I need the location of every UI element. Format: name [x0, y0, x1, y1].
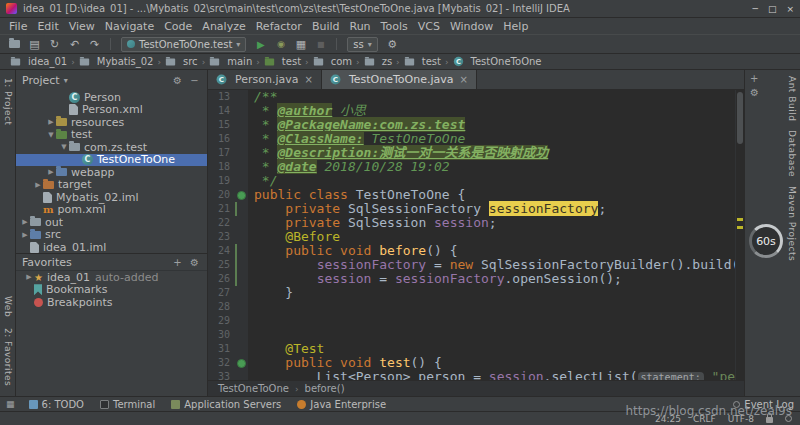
tree-item-src[interactable]: ▶src	[16, 229, 207, 242]
menu-item-edit[interactable]: Edit	[32, 20, 63, 33]
menu-item-help[interactable]: Help	[498, 20, 533, 33]
tool-window-button-database[interactable]: Database	[787, 130, 797, 177]
tree-item-com-zs-test[interactable]: ▼com.zs.test	[16, 141, 207, 154]
code-line[interactable]: 27 }	[208, 286, 735, 300]
chevron-right-icon[interactable]: ▶	[46, 118, 56, 126]
maximize-button[interactable]: □	[768, 4, 777, 14]
run-button[interactable]: ▶	[252, 36, 269, 52]
code-line[interactable]: 13/**	[208, 90, 735, 104]
code-line[interactable]: 18 * @date 2018/10/28 19:02	[208, 160, 735, 174]
code-line[interactable]: 24 public void before() {	[208, 244, 735, 258]
tool-window-button-maven-projects[interactable]: Maven Projects	[787, 186, 797, 261]
code-line[interactable]: 29	[208, 314, 735, 328]
breadcrumb-item-testonetoone[interactable]: CTestOneToOne	[451, 56, 544, 67]
menu-item-tools[interactable]: Tools	[376, 20, 413, 33]
chevron-down-icon[interactable]: ▼	[59, 143, 69, 151]
tab-person-java[interactable]: CPerson.java×	[208, 70, 322, 89]
stripe-mark[interactable]	[737, 218, 743, 221]
scrollbar-thumb[interactable]	[737, 92, 743, 144]
secondary-select[interactable]: ss ▾	[347, 37, 377, 52]
minimize-button[interactable]: ─	[753, 4, 758, 14]
menu-item-vcs[interactable]: VCS	[413, 20, 445, 33]
menu-item-code[interactable]: Code	[159, 20, 197, 33]
code-line[interactable]: 31 @Test	[208, 342, 735, 356]
tool-window-button-web[interactable]: Web	[3, 296, 13, 317]
sync-icon[interactable]: ↻	[46, 36, 63, 52]
close-button[interactable]: ×	[786, 4, 794, 14]
tool-window-button-ant-build[interactable]: Ant Build	[787, 76, 797, 121]
menu-item-refactor[interactable]: Refactor	[251, 20, 307, 33]
tree-item-test[interactable]: ▼test	[16, 129, 207, 142]
undo-icon[interactable]: ↶	[66, 36, 83, 52]
code-line[interactable]: 32 public void test() {	[208, 356, 735, 370]
stop-button[interactable]: ■	[312, 36, 329, 52]
favorites-item-bookmarks[interactable]: Bookmarks	[16, 284, 207, 297]
code-line[interactable]: 30	[208, 328, 735, 342]
add-icon[interactable]: +	[750, 73, 758, 84]
code-line[interactable]: 33 List<Person> person = session.selectL…	[208, 370, 735, 380]
code-line[interactable]: 23 @Before	[208, 230, 735, 244]
collapse-all-icon[interactable]: −	[188, 75, 201, 86]
favorites-item-breakpoints[interactable]: Breakpoints	[16, 296, 207, 309]
code-line[interactable]: 28	[208, 300, 735, 314]
close-icon[interactable]: ×	[460, 74, 468, 85]
menu-item-view[interactable]: View	[64, 20, 100, 33]
code-line[interactable]: 16 * @ClassName: TestOneToOne	[208, 132, 735, 146]
breadcrumb-item-main[interactable]: main	[207, 56, 254, 67]
run-gutter-icon[interactable]	[237, 191, 246, 200]
gear-icon[interactable]: ⚙	[171, 75, 184, 86]
add-icon[interactable]: +	[171, 257, 184, 268]
tool-window-button-project[interactable]: 1: Project	[3, 78, 13, 125]
tool-windows-toggle-icon[interactable]: ▦	[6, 399, 15, 409]
code-editor[interactable]: 13/**14 * @author 小思15 * @PackageName:co…	[208, 90, 735, 380]
chevron-right-icon[interactable]: ▶	[20, 231, 30, 239]
coverage-button[interactable]: ▦	[292, 36, 309, 52]
debug-button[interactable]: ◉	[272, 36, 289, 52]
run-configuration-select[interactable]: TestOneToOne.test ▾	[121, 37, 246, 52]
tree-item-mybatis-02-iml[interactable]: Mybatis_02.iml	[16, 191, 207, 204]
menu-item-run[interactable]: Run	[345, 20, 376, 33]
stripe-mark[interactable]	[737, 226, 743, 229]
menu-item-build[interactable]: Build	[307, 20, 345, 33]
code-line[interactable]: 19 */	[208, 174, 735, 188]
menu-item-analyze[interactable]: Analyze	[197, 20, 250, 33]
chevron-right-icon[interactable]: ▶	[24, 273, 34, 281]
tree-item-testonetoone[interactable]: CTestOneToOne	[16, 154, 207, 167]
breadcrumb-method[interactable]: before()	[305, 383, 345, 394]
gear-icon[interactable]: ⚙	[188, 257, 201, 268]
breadcrumb-item-zs[interactable]: zs	[362, 56, 394, 67]
tree-item-webapp[interactable]: ▶webapp	[16, 166, 207, 179]
breadcrumb-item-com[interactable]: com	[311, 56, 354, 67]
tree-item-target[interactable]: ▶target	[16, 179, 207, 192]
breadcrumb-class[interactable]: TestOneToOne	[218, 383, 289, 394]
chevron-right-icon[interactable]: ▶	[20, 218, 30, 226]
code-line[interactable]: 20public class TestOneToOne {	[208, 188, 735, 202]
settings-icon[interactable]: ⚙	[384, 36, 401, 52]
tree-item-person-xml[interactable]: Person.xml	[16, 104, 207, 117]
menu-item-navigate[interactable]: Navigate	[100, 20, 159, 33]
favorites-item-idea-01[interactable]: ▶★idea_01auto-added	[16, 271, 207, 284]
breadcrumb-item-idea-01[interactable]: idea_01	[8, 56, 69, 67]
tree-item-out[interactable]: ▶out	[16, 216, 207, 229]
tree-item-person[interactable]: CPerson	[16, 91, 207, 104]
tool-window-button-6-todo[interactable]: 6: TODO	[29, 399, 84, 410]
save-all-icon[interactable]: ▤	[26, 36, 43, 52]
run-gutter-icon[interactable]	[237, 359, 246, 368]
code-line[interactable]: 15 * @PackageName:com.zs.test	[208, 118, 735, 132]
tool-window-button-application-servers[interactable]: Application Servers	[171, 399, 281, 410]
code-line[interactable]: 22 private SqlSession session;	[208, 216, 735, 230]
menu-item-file[interactable]: File	[4, 20, 32, 33]
menu-item-window[interactable]: Window	[445, 20, 498, 33]
breadcrumb-item-test[interactable]: test	[262, 56, 303, 67]
code-line[interactable]: 14 * @author 小思	[208, 104, 735, 118]
tree-item-resources[interactable]: ▶resources	[16, 116, 207, 129]
tree-item-pom-xml[interactable]: mpom.xml	[16, 204, 207, 217]
breadcrumb-item-mybatis-02[interactable]: Mybatis_02	[77, 56, 156, 67]
redo-icon[interactable]: ↷	[86, 36, 103, 52]
chevron-down-icon[interactable]: ▾	[64, 76, 68, 85]
gear-icon[interactable]: ⚙	[750, 87, 759, 98]
chevron-right-icon[interactable]: ▶	[46, 168, 56, 176]
code-line[interactable]: 21 private SqlSessionFactory sessionFact…	[208, 202, 735, 216]
tree-item-idea-01-iml[interactable]: idea_01.iml	[16, 241, 207, 253]
tab-testonetoone-java[interactable]: CTestOneToOne.java×	[322, 70, 477, 89]
